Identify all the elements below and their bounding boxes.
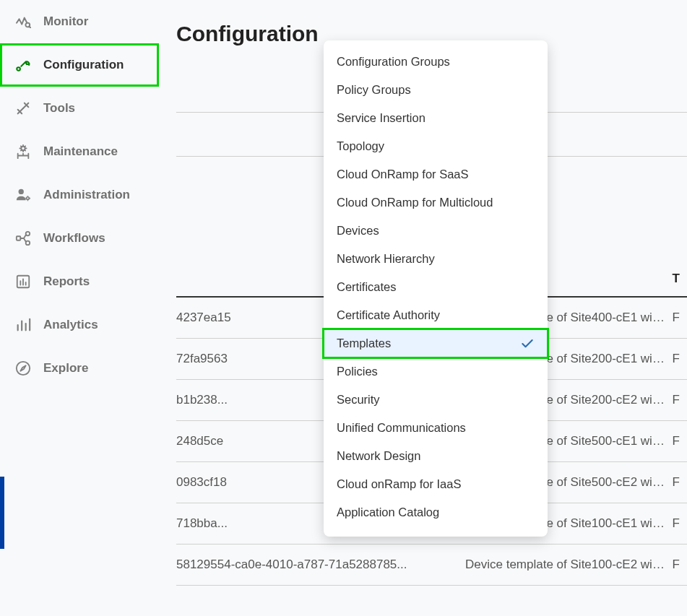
tools-icon — [13, 100, 33, 116]
sidebar-item-configuration[interactable]: Configuration — [0, 43, 159, 87]
sidebar-item-label: Tools — [43, 101, 75, 116]
flyout-item-network-hierarchy[interactable]: Network Hierarchy — [324, 245, 548, 273]
sidebar-item-explore[interactable]: Explore — [0, 347, 159, 390]
table-row[interactable]: 58129554-ca0e-4010-a787-71a5288785...Dev… — [176, 545, 687, 586]
sidebar-item-label: Maintenance — [43, 144, 118, 159]
flyout-item-certificate-authority[interactable]: Certificate Authority — [324, 301, 548, 329]
flyout-item-unified-communications[interactable]: Unified Communications — [324, 414, 548, 442]
sidebar: Monitor Configuration Tools Maintenance … — [0, 0, 159, 616]
sidebar-item-label: Administration — [43, 188, 130, 202]
cell-type: F — [673, 380, 687, 421]
sidebar-item-workflows[interactable]: Workflows — [0, 217, 159, 260]
workflow-icon — [13, 230, 33, 246]
sidebar-item-analytics[interactable]: Analytics — [0, 303, 159, 347]
flyout-item-service-insertion[interactable]: Service Insertion — [324, 104, 548, 132]
sidebar-item-reports[interactable]: Reports — [0, 260, 159, 303]
gear-network-icon — [13, 144, 33, 160]
flyout-item-configuration-groups[interactable]: Configuration Groups — [324, 48, 548, 76]
svg-point-4 — [19, 189, 24, 194]
flyout-item-security[interactable]: Security — [324, 386, 548, 414]
cell-type: F — [673, 462, 687, 503]
sidebar-item-administration[interactable]: Administration — [0, 173, 159, 217]
cell-type: F — [673, 545, 687, 586]
sidebar-item-maintenance[interactable]: Maintenance — [0, 130, 159, 173]
check-icon — [520, 337, 535, 351]
cell-description: Device template of Site100-cE2 wit... — [465, 545, 673, 586]
svg-point-2 — [17, 67, 20, 71]
wrench-icon — [13, 57, 33, 73]
svg-point-5 — [27, 197, 30, 200]
flyout-item-topology[interactable]: Topology — [324, 132, 548, 160]
flyout-item-policy-groups[interactable]: Policy Groups — [324, 76, 548, 104]
sidebar-item-label: Workflows — [43, 231, 105, 246]
svg-line-1 — [29, 26, 31, 28]
svg-point-17 — [17, 362, 30, 375]
flyout-item-cloud-onramp-for-multicloud[interactable]: Cloud OnRamp for Multicloud — [324, 188, 548, 217]
svg-marker-18 — [20, 365, 25, 370]
sidebar-indicator — [0, 477, 4, 549]
sidebar-item-label: Analytics — [43, 318, 98, 332]
flyout-item-network-design[interactable]: Network Design — [324, 442, 548, 470]
cell-type: F — [673, 297, 687, 339]
sidebar-item-label: Explore — [43, 361, 88, 376]
cell-type: F — [673, 421, 687, 462]
cell-type: F — [673, 339, 687, 380]
sidebar-item-label: Reports — [43, 274, 90, 289]
sidebar-item-label: Monitor — [43, 14, 88, 29]
sidebar-item-label: Configuration — [43, 58, 124, 72]
analytics-icon — [13, 317, 33, 333]
flyout-item-cloud-onramp-for-saas[interactable]: Cloud OnRamp for SaaS — [324, 160, 548, 188]
flyout-item-cloud-onramp-for-iaas[interactable]: Cloud onRamp for IaaS — [324, 470, 548, 498]
sidebar-item-tools[interactable]: Tools — [0, 87, 159, 130]
sidebar-item-monitor[interactable]: Monitor — [0, 0, 159, 43]
flyout-item-certificates[interactable]: Certificates — [324, 273, 548, 301]
reports-icon — [13, 274, 33, 290]
cell-id: 58129554-ca0e-4010-a787-71a5288785... — [176, 545, 465, 586]
cell-type: F — [673, 503, 687, 545]
flyout-item-templates[interactable]: Templates — [324, 329, 548, 357]
main-content: Configuration re Templates Description T… — [159, 0, 687, 616]
monitor-icon — [13, 14, 33, 30]
user-gear-icon — [13, 187, 33, 203]
flyout-item-devices[interactable]: Devices — [324, 217, 548, 245]
compass-icon — [13, 360, 33, 376]
column-header-type[interactable]: T — [673, 272, 687, 297]
configuration-flyout: Configuration GroupsPolicy GroupsService… — [324, 40, 548, 537]
flyout-item-policies[interactable]: Policies — [324, 357, 548, 386]
flyout-item-application-catalog[interactable]: Application Catalog — [324, 498, 548, 526]
